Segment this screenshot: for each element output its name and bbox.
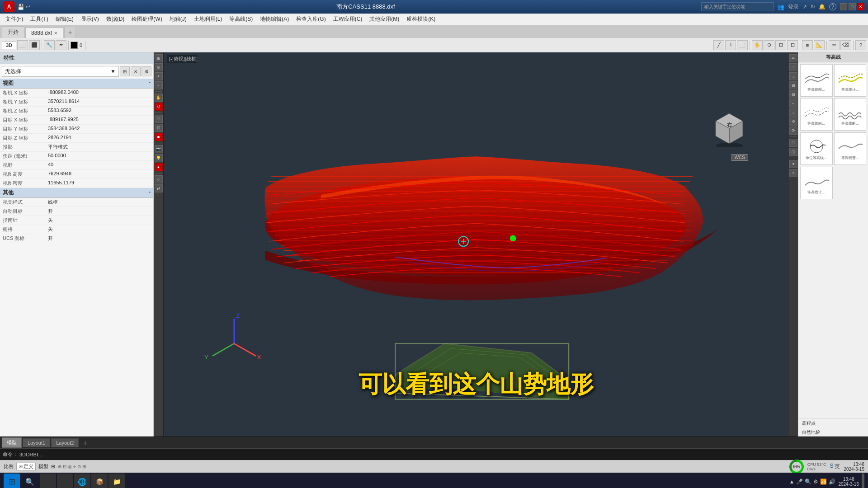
rt-btn-9[interactable]: ⟳ [789,127,797,135]
layout-tab-1[interactable]: Layout1 [23,438,50,447]
prop-value[interactable]: 40 [48,162,53,169]
tool-red1[interactable]: ■ [155,133,163,141]
menu-item-contour[interactable]: 等高线(S) [226,14,256,24]
rt-btn-10[interactable]: □ [789,139,797,147]
taskbar-sound[interactable]: 🔊 [829,479,835,485]
tb-layer[interactable]: ≡ [802,40,813,50]
rt-btn-1[interactable]: ✏ [789,54,797,62]
tb-icon-4[interactable]: ✒ [56,40,66,50]
menu-item-quality[interactable]: 质检模块(K) [403,14,439,24]
taskbar-up-arrow[interactable]: ▲ [789,479,795,485]
user-icon[interactable]: 👥 [777,4,784,10]
scale-value[interactable]: 未定义 [16,463,36,470]
prop-value[interactable]: 3570211.8614 [48,99,80,105]
tb-pan[interactable]: ✋ [752,40,763,50]
contour-item-4[interactable]: 等高线断... [834,98,867,131]
icon-ducs[interactable]: ⊞ [82,464,86,469]
search-bar[interactable]: 输入关键字定位功能 [701,2,774,11]
prop-value[interactable]: 11655.1179 [48,180,74,187]
prop-icon-3[interactable]: ⚙ [142,66,151,76]
no-select-dropdown[interactable]: 无选择 ▼ [2,66,119,77]
3d-mode-btn[interactable]: 3D [2,41,16,49]
show-desktop[interactable] [862,474,864,488]
tool-view2[interactable]: ⊡ [155,124,163,132]
tab-add[interactable]: + [64,27,76,38]
prop-value[interactable]: 开 [48,208,53,215]
rt-btn-12[interactable]: ✦ [789,160,797,168]
tab-close-icon[interactable]: ✕ [54,31,57,36]
contour-item-7[interactable]: 等高线计... [800,167,833,199]
taskbar-search2[interactable]: 🔍 [805,479,811,485]
tb-rect[interactable]: ⬜ [737,40,748,50]
tb-zoom-in[interactable]: ⊞ [775,40,786,50]
menu-item-engineering[interactable]: 工程应用(C) [330,14,366,24]
viewport[interactable]: [-]俯视][线框] [164,52,788,436]
contour-item-2[interactable]: 等高线计... [834,64,867,97]
menu-item-draw[interactable]: 绘图处理(W) [128,14,165,24]
rt-btn-3[interactable]: ↓ [789,72,797,80]
tool-light[interactable]: 💡 [155,154,163,162]
prop-value[interactable]: 开 [48,235,53,242]
prop-icon-1[interactable]: ⊞ [120,66,130,76]
tool-select[interactable]: ⊞ [155,54,163,62]
start-button[interactable]: ⊞ [4,474,20,488]
tb-help[interactable]: ? [855,40,866,50]
tool-zoom-extent[interactable]: ⊙ [155,63,163,71]
tb-measure[interactable]: 📐 [814,40,825,50]
command-input[interactable] [44,451,865,457]
tool-zoom-out[interactable]: - [155,81,163,89]
tb-icon-explorer[interactable]: 🗂 [40,474,56,488]
prop-value[interactable]: 关 [48,226,53,233]
tool-red2[interactable]: ● [155,163,163,171]
rt-btn-6[interactable]: ↔ [789,99,797,108]
menu-item-file[interactable]: 文件(F) [2,14,27,24]
other-section-header[interactable]: 其他 - [0,188,153,198]
help-icon[interactable]: ? [829,3,836,10]
tool-camera[interactable]: 📷 [155,145,163,153]
taskbar-settings[interactable]: ⚙ [813,479,818,485]
grid-icon[interactable]: ⊞ [51,464,55,469]
menu-item-landuse[interactable]: 土地利用(L) [190,14,226,24]
tb-pencil[interactable]: ✏ [829,40,840,50]
tb-icon-app2[interactable]: 📦 [91,474,108,488]
bell-icon[interactable]: 🔔 [819,4,826,10]
prop-value[interactable]: 5583.6592 [48,108,71,114]
prop-icon-2[interactable]: ✕ [131,66,141,76]
icon-polar[interactable]: ◎ [68,464,72,469]
prop-value[interactable]: 关 [48,217,53,224]
lang-icon[interactable]: 英 [835,463,840,470]
taskbar-search[interactable]: 🔍 [22,474,38,488]
rt-btn-7[interactable]: ↕ [789,108,797,117]
prop-value[interactable]: -889167.9925 [48,117,79,123]
wcs-label[interactable]: WCS [731,154,748,161]
tab-start[interactable]: 开始 [2,26,24,38]
compass-cube[interactable]: 右 [711,111,747,147]
tb-zoom-out[interactable]: ⊟ [787,40,798,50]
menu-item-check[interactable]: 检查入库(G) [292,14,329,24]
contour-item-5[interactable]: + 单位等高线... [800,132,833,165]
tb-icon-1[interactable]: ⬜ [17,40,28,50]
prop-value[interactable]: 平行模式 [48,144,68,150]
tab-active-file[interactable]: 8888.dxf ✕ [25,28,63,38]
tool-circle[interactable]: ○ [155,175,163,183]
minimize-btn[interactable]: ─ [840,3,847,10]
taskbar-mic[interactable]: 🎤 [796,479,803,485]
rt-btn-2[interactable]: ↑ [789,63,797,71]
taskbar-datetime[interactable]: 13:48 2024-3-15 [838,477,859,487]
tool-view1[interactable]: □ [155,115,163,123]
menu-item-view[interactable]: 显示(V) [77,14,103,24]
tb-icon-word[interactable]: W [57,474,73,488]
taskbar-network[interactable]: 📶 [820,479,827,485]
color-swatch[interactable] [71,42,78,49]
maximize-btn[interactable]: □ [849,3,856,10]
prop-value[interactable]: 50.0000 [48,153,66,160]
layout-tab-2[interactable]: Layout2 [51,438,79,447]
prop-value[interactable]: -880982.0400 [48,89,79,96]
rt-btn-11[interactable]: ⬡ [789,148,797,156]
tb-draw-line[interactable]: ╱ [713,40,724,50]
tool-orbit[interactable]: ↺ [155,103,163,111]
icon-osnap[interactable]: ⌖ [73,464,76,469]
tb-polyline[interactable]: ⌇ [725,40,736,50]
close-btn[interactable]: ✕ [857,3,864,10]
prop-value[interactable]: 2826.2191 [48,135,71,141]
